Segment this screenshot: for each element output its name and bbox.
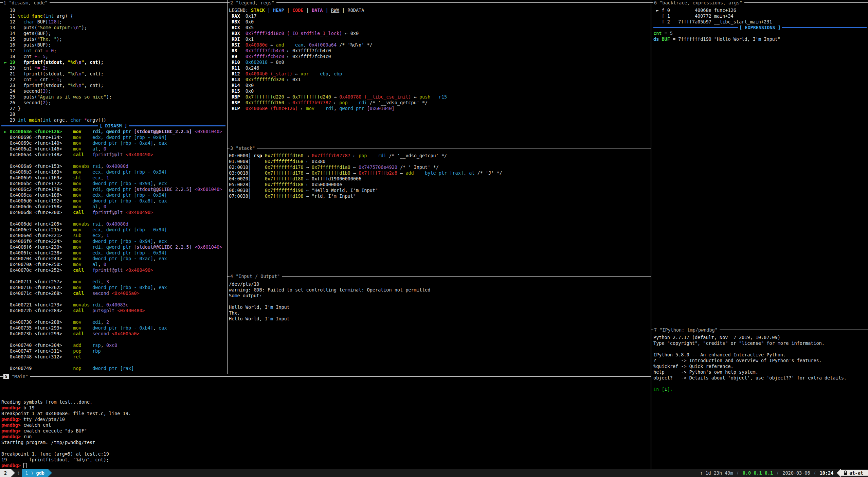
terminal-row: f 2 7ffff7a05b97 __libc_start_main+231 bbox=[653, 19, 867, 25]
terminal-row: pwndbg> tty /dev/pts/10 bbox=[1, 417, 649, 422]
terminal-row bbox=[1, 445, 649, 451]
terminal-row: 0x400716 <func+262> mov dword ptr [rbp -… bbox=[1, 285, 225, 290]
pane-number: 3 bbox=[230, 145, 233, 151]
terminal-row: 27 } bbox=[1, 106, 225, 111]
pane-title: "backtrace, expressions, args" bbox=[659, 0, 742, 5]
terminal-row: 0x400749 nop dword ptr [rax] bbox=[1, 366, 225, 371]
terminal-row: f 1 400772 main+34 bbox=[653, 13, 867, 19]
terminal-cursor bbox=[23, 463, 27, 468]
pane-title: "stack" bbox=[236, 145, 255, 151]
terminal-row: 0x400747 <func+311> pop rbp bbox=[1, 348, 225, 354]
hostname: at-at bbox=[849, 470, 863, 476]
terminal-row: 0x4006f0 <func+224> mov dword ptr [rbp -… bbox=[1, 238, 225, 244]
terminal-row: object? -> Details about 'object', use '… bbox=[653, 375, 867, 381]
chevron-icon: ⟩ bbox=[28, 470, 36, 476]
terminal-row: 19 fprintf(stdout, "%d\n", cnt); bbox=[1, 457, 649, 463]
window-name: gdb bbox=[36, 470, 44, 476]
session-name[interactable]: 2 bbox=[0, 469, 11, 477]
terminal-row: RDI 0x1 bbox=[229, 36, 649, 42]
terminal-row: R15 0x0 bbox=[229, 88, 649, 94]
terminal-row: pwndbg> cwatch execute "ds BUF" bbox=[1, 428, 649, 434]
terminal-row: 03:0018│ 0x7fffffffd178 → 0x7fffffffd1b0… bbox=[229, 170, 649, 176]
terminal-row: 0x4006a2 <func+146> mov al, 0 bbox=[1, 146, 225, 152]
terminal-row: 04:0020│ 0x7fffffffd180 ← 0xffffd1900000… bbox=[229, 176, 649, 182]
terminal-row: R10 0x602010 ← 0x0 bbox=[229, 59, 649, 65]
pane-title: "IPython: tmp/pwndbg" bbox=[659, 327, 718, 333]
terminal-row: 24 second(3); bbox=[1, 88, 225, 94]
terminal-row: Hello World, I'm Input bbox=[229, 304, 649, 310]
pane-main-content[interactable]: Reading symbols from test...done.pwndbg>… bbox=[1, 382, 649, 469]
terminal-row: 0x400735 <func+293> mov dword ptr [rbp -… bbox=[1, 325, 225, 331]
terminal-row: 29 int main(int argc, char *argv[]) bbox=[1, 117, 225, 123]
terminal-row: 25 puts("Again as it was so nice"); bbox=[1, 94, 225, 100]
pane-border-stack[interactable]: 3"stack" bbox=[227, 145, 651, 151]
terminal-row: ds BUF = 7fffffffd190 "Hello World, I'm … bbox=[653, 36, 867, 42]
pane-legend-regs-content[interactable]: LEGEND: STACK | HEAP | CODE | DATA | RWX… bbox=[229, 7, 649, 111]
pane-stack-content[interactable]: 00:0000│ rsp 0x7fffffffd160 → 0x7ffff7b9… bbox=[229, 153, 649, 199]
pane-disasm-code-content[interactable]: 10 11 void func(int arg) { 12 char BUF[1… bbox=[1, 7, 225, 371]
terminal-row: pwndbg> b 19 bbox=[1, 405, 649, 411]
terminal-row: 0x4006fe <func+238> mov edx, dword ptr [… bbox=[1, 250, 225, 256]
terminal-row: cnt = 5 bbox=[653, 31, 867, 36]
pane-io-content[interactable]: /dev/pts/10warning: GDB: Failed to set c… bbox=[229, 281, 649, 322]
terminal-row: ► f 0 40068e func+126 bbox=[653, 7, 867, 13]
terminal-row: 07:0038│ 0x7fffffffd198 ← "rld, I'm Inpu… bbox=[229, 193, 649, 199]
date-indicator: 2020-03-06 bbox=[782, 470, 810, 476]
terminal-row: pwndbg> run bbox=[1, 434, 649, 440]
pane-border-legend-regs[interactable]: 2"legend, regs" bbox=[227, 0, 651, 6]
terminal-row: RCX 0x5 bbox=[229, 25, 649, 31]
pane-separator-vertical-left[interactable] bbox=[227, 0, 228, 374]
terminal-row: Thx. bbox=[229, 310, 649, 316]
terminal-row: In [1]: bbox=[653, 387, 867, 392]
clock-indicator: 10:24 bbox=[820, 470, 834, 476]
pane-separator-vertical-right[interactable] bbox=[651, 0, 651, 469]
window-index: 1 bbox=[25, 470, 28, 476]
pane-border-ipython[interactable]: 7"IPython: tmp/pwndbg" bbox=[651, 327, 868, 333]
pane-ipython-content[interactable]: Python 2.7.17 (default, Nov 7 2019, 10:0… bbox=[653, 335, 867, 392]
terminal-row: 0x4006dd <func+205> movabs rsi, 0x40080d bbox=[1, 221, 225, 227]
terminal-row: 0x400748 <func+312> ret bbox=[1, 354, 225, 360]
tmux-screen: 1"disasm, code" 2"legend, regs" 6"backtr… bbox=[0, 0, 868, 477]
terminal-row: RDX 0x7ffff7dd18c0 (_IO_stdfile_1_lock) … bbox=[229, 31, 649, 36]
pane-border-io[interactable]: 4"Input / Output" bbox=[227, 273, 651, 279]
terminal-row: 0x40073b <func+299> call second <0x4005a… bbox=[1, 331, 225, 337]
terminal-row: R13 0x7fffffffd320 ← 0x1 bbox=[229, 77, 649, 83]
terminal-row: help -> Python's own help system. bbox=[653, 369, 867, 375]
terminal-row bbox=[1, 337, 225, 342]
terminal-row: ► 0x40068e <func+126> mov rdi, qword ptr… bbox=[1, 129, 225, 135]
pane-backtrace-content[interactable]: ► f 0 40068e func+126 f 1 400772 main+34… bbox=[653, 7, 867, 42]
terminal-row: 0x4006b9 <func+169> shl ecx, 1 bbox=[1, 175, 225, 181]
terminal-row: Hello World, I'm Input bbox=[229, 316, 649, 322]
chevron-icon: ⟨ bbox=[810, 470, 820, 476]
pane-border-disasm-code[interactable]: 1"disasm, code" bbox=[0, 0, 227, 6]
pane-border-main[interactable]: 5"Main" bbox=[0, 374, 651, 379]
pane-number: 6 bbox=[654, 0, 657, 5]
powerline-arrow-icon bbox=[837, 469, 841, 477]
load-average: 0.0 0.1 0.1 bbox=[743, 470, 773, 476]
terminal-row: 0x400704 <func+244> mov dword ptr [rbp -… bbox=[1, 256, 225, 262]
terminal-row: 06:0030│ 0x7fffffffd190 ← "Hello World, … bbox=[229, 188, 649, 193]
terminal-row: 0x400696 <func+134> mov edx, dword ptr [… bbox=[1, 135, 225, 140]
chevron-icon: ⟩ bbox=[15, 469, 22, 477]
terminal-row: 13 puts("Some output:\n"); bbox=[1, 25, 225, 31]
terminal-row: 0x400711 <func+257> mov edi, 3 bbox=[1, 279, 225, 285]
pane-border-backtrace[interactable]: 6"backtrace, expressions, args" bbox=[651, 0, 868, 6]
terminal-row: 0x4006ed <func+221> sub ecx, 1 bbox=[1, 233, 225, 238]
terminal-row: 18 cnt += 5; bbox=[1, 54, 225, 59]
terminal-row: 0x4006d0 <func+192> mov dword ptr [rbp -… bbox=[1, 198, 225, 204]
terminal-row: Starting program: /tmp/pwndbg/test bbox=[1, 440, 649, 445]
terminal-row bbox=[1, 158, 225, 163]
terminal-row: 0x4006a9 <func+153> movabs rsi, 0x40080d bbox=[1, 163, 225, 169]
terminal-row bbox=[1, 314, 225, 319]
pane-number: 2 bbox=[230, 0, 233, 5]
pane-title: "disasm, code" bbox=[9, 0, 48, 5]
window-tab-gdb[interactable]: 1 ⟩ gdb bbox=[22, 469, 48, 477]
terminal-row: 0x400721 <func+273> movabs rdi, 0x40083c bbox=[1, 302, 225, 308]
terminal-row: 0x40072b <func+283> call puts@plt <0x400… bbox=[1, 308, 225, 314]
hostname-segment: at-at bbox=[841, 470, 868, 476]
terminal-row: Some output: bbox=[229, 293, 649, 299]
terminal-row: pwndbg> bbox=[1, 463, 649, 469]
terminal-row: 0x40071c <func+268> call second <0x4005a… bbox=[1, 290, 225, 296]
terminal-row: 0x4006d6 <func+198> mov al, 0 bbox=[1, 204, 225, 210]
active-pane-number: 5 bbox=[3, 374, 9, 379]
